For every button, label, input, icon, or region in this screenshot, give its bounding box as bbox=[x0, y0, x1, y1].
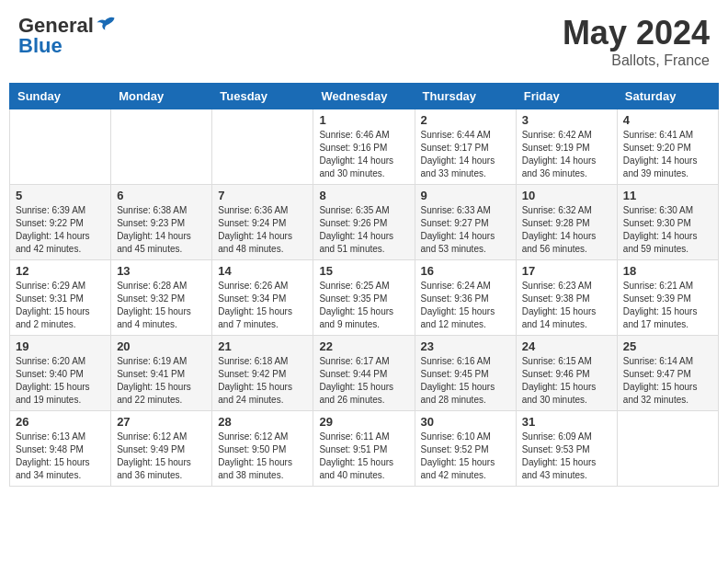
page-header: General Blue May 2024 Ballots, France bbox=[9, 9, 719, 74]
calendar-cell: 15Sunrise: 6:25 AMSunset: 9:35 PMDayligh… bbox=[313, 260, 415, 336]
calendar-cell: 6Sunrise: 6:38 AMSunset: 9:23 PMDaylight… bbox=[111, 185, 212, 260]
calendar-cell: 11Sunrise: 6:30 AMSunset: 9:30 PMDayligh… bbox=[617, 185, 718, 260]
calendar-cell bbox=[10, 109, 111, 185]
day-info: Sunrise: 6:32 AMSunset: 9:28 PMDaylight:… bbox=[522, 204, 611, 256]
day-number: 28 bbox=[218, 415, 307, 429]
calendar-cell: 7Sunrise: 6:36 AMSunset: 9:24 PMDaylight… bbox=[212, 185, 313, 260]
month-year: May 2024 bbox=[563, 14, 710, 52]
day-info: Sunrise: 6:46 AMSunset: 9:16 PMDaylight:… bbox=[319, 129, 408, 180]
calendar-cell: 18Sunrise: 6:21 AMSunset: 9:39 PMDayligh… bbox=[617, 260, 718, 336]
day-number: 20 bbox=[117, 339, 206, 353]
calendar-cell: 26Sunrise: 6:13 AMSunset: 9:48 PMDayligh… bbox=[10, 411, 111, 487]
day-number: 18 bbox=[623, 264, 712, 278]
calendar-table: SundayMondayTuesdayWednesdayThursdayFrid… bbox=[9, 83, 719, 487]
weekday-header-sunday: Sunday bbox=[10, 84, 111, 109]
calendar-cell bbox=[212, 109, 313, 185]
logo-bird-icon bbox=[96, 14, 116, 34]
day-number: 19 bbox=[16, 339, 105, 353]
calendar-cell: 20Sunrise: 6:19 AMSunset: 9:41 PMDayligh… bbox=[111, 336, 212, 411]
calendar-cell: 4Sunrise: 6:41 AMSunset: 9:20 PMDaylight… bbox=[617, 109, 718, 185]
day-info: Sunrise: 6:29 AMSunset: 9:31 PMDaylight:… bbox=[16, 280, 105, 331]
calendar-cell: 23Sunrise: 6:16 AMSunset: 9:45 PMDayligh… bbox=[415, 336, 516, 411]
logo: General Blue bbox=[18, 14, 116, 58]
day-number: 17 bbox=[522, 264, 611, 278]
calendar-cell: 17Sunrise: 6:23 AMSunset: 9:38 PMDayligh… bbox=[516, 260, 617, 336]
calendar-cell: 10Sunrise: 6:32 AMSunset: 9:28 PMDayligh… bbox=[516, 185, 617, 260]
day-info: Sunrise: 6:33 AMSunset: 9:27 PMDaylight:… bbox=[421, 204, 510, 256]
day-info: Sunrise: 6:35 AMSunset: 9:26 PMDaylight:… bbox=[319, 204, 408, 256]
calendar-cell: 12Sunrise: 6:29 AMSunset: 9:31 PMDayligh… bbox=[10, 260, 111, 336]
day-number: 3 bbox=[522, 113, 611, 127]
day-info: Sunrise: 6:24 AMSunset: 9:36 PMDaylight:… bbox=[421, 280, 510, 331]
calendar-cell: 27Sunrise: 6:12 AMSunset: 9:49 PMDayligh… bbox=[111, 411, 212, 487]
calendar-cell: 24Sunrise: 6:15 AMSunset: 9:46 PMDayligh… bbox=[516, 336, 617, 411]
day-info: Sunrise: 6:39 AMSunset: 9:22 PMDaylight:… bbox=[16, 204, 105, 256]
location: Ballots, France bbox=[563, 52, 710, 69]
day-info: Sunrise: 6:36 AMSunset: 9:24 PMDaylight:… bbox=[218, 204, 307, 256]
day-number: 26 bbox=[16, 415, 105, 429]
day-number: 24 bbox=[522, 339, 611, 353]
day-number: 2 bbox=[421, 113, 510, 127]
day-number: 27 bbox=[117, 415, 206, 429]
calendar-week-row-3: 19Sunrise: 6:20 AMSunset: 9:40 PMDayligh… bbox=[10, 336, 719, 411]
day-number: 14 bbox=[218, 264, 307, 278]
day-info: Sunrise: 6:23 AMSunset: 9:38 PMDaylight:… bbox=[522, 280, 611, 331]
logo-blue-text: Blue bbox=[18, 34, 63, 58]
calendar-cell: 16Sunrise: 6:24 AMSunset: 9:36 PMDayligh… bbox=[415, 260, 516, 336]
day-info: Sunrise: 6:15 AMSunset: 9:46 PMDaylight:… bbox=[522, 355, 611, 407]
weekday-header-friday: Friday bbox=[516, 84, 617, 109]
calendar-cell: 8Sunrise: 6:35 AMSunset: 9:26 PMDaylight… bbox=[313, 185, 415, 260]
calendar-cell: 21Sunrise: 6:18 AMSunset: 9:42 PMDayligh… bbox=[212, 336, 313, 411]
day-info: Sunrise: 6:13 AMSunset: 9:48 PMDaylight:… bbox=[16, 431, 105, 482]
calendar-cell: 30Sunrise: 6:10 AMSunset: 9:52 PMDayligh… bbox=[415, 411, 516, 487]
calendar-week-row-2: 12Sunrise: 6:29 AMSunset: 9:31 PMDayligh… bbox=[10, 260, 719, 336]
day-info: Sunrise: 6:12 AMSunset: 9:50 PMDaylight:… bbox=[218, 431, 307, 482]
calendar-cell: 19Sunrise: 6:20 AMSunset: 9:40 PMDayligh… bbox=[10, 336, 111, 411]
calendar-cell: 22Sunrise: 6:17 AMSunset: 9:44 PMDayligh… bbox=[313, 336, 415, 411]
weekday-header-saturday: Saturday bbox=[617, 84, 718, 109]
weekday-header-thursday: Thursday bbox=[415, 84, 516, 109]
day-number: 25 bbox=[623, 339, 712, 353]
day-info: Sunrise: 6:21 AMSunset: 9:39 PMDaylight:… bbox=[623, 280, 712, 331]
day-info: Sunrise: 6:18 AMSunset: 9:42 PMDaylight:… bbox=[218, 355, 307, 407]
weekday-header-tuesday: Tuesday bbox=[212, 84, 313, 109]
calendar-cell bbox=[617, 411, 718, 487]
day-number: 1 bbox=[319, 113, 408, 127]
day-number: 4 bbox=[623, 113, 712, 127]
calendar-cell: 31Sunrise: 6:09 AMSunset: 9:53 PMDayligh… bbox=[516, 411, 617, 487]
calendar-week-row-4: 26Sunrise: 6:13 AMSunset: 9:48 PMDayligh… bbox=[10, 411, 719, 487]
day-number: 21 bbox=[218, 339, 307, 353]
day-number: 16 bbox=[421, 264, 510, 278]
title-block: May 2024 Ballots, France bbox=[563, 14, 710, 69]
day-info: Sunrise: 6:41 AMSunset: 9:20 PMDaylight:… bbox=[623, 129, 712, 180]
day-info: Sunrise: 6:10 AMSunset: 9:52 PMDaylight:… bbox=[421, 431, 510, 482]
day-number: 10 bbox=[522, 189, 611, 202]
day-info: Sunrise: 6:17 AMSunset: 9:44 PMDaylight:… bbox=[319, 355, 408, 407]
day-info: Sunrise: 6:20 AMSunset: 9:40 PMDaylight:… bbox=[16, 355, 105, 407]
calendar-cell: 3Sunrise: 6:42 AMSunset: 9:19 PMDaylight… bbox=[516, 109, 617, 185]
day-number: 12 bbox=[16, 264, 105, 278]
day-number: 30 bbox=[421, 415, 510, 429]
day-number: 7 bbox=[218, 189, 307, 202]
calendar-cell: 14Sunrise: 6:26 AMSunset: 9:34 PMDayligh… bbox=[212, 260, 313, 336]
day-number: 9 bbox=[421, 189, 510, 202]
day-info: Sunrise: 6:11 AMSunset: 9:51 PMDaylight:… bbox=[319, 431, 408, 482]
calendar-cell: 5Sunrise: 6:39 AMSunset: 9:22 PMDaylight… bbox=[10, 185, 111, 260]
day-number: 29 bbox=[319, 415, 408, 429]
day-info: Sunrise: 6:14 AMSunset: 9:47 PMDaylight:… bbox=[623, 355, 712, 407]
weekday-header-row: SundayMondayTuesdayWednesdayThursdayFrid… bbox=[10, 84, 719, 109]
day-info: Sunrise: 6:30 AMSunset: 9:30 PMDaylight:… bbox=[623, 204, 712, 256]
day-number: 22 bbox=[319, 339, 408, 353]
calendar-cell: 25Sunrise: 6:14 AMSunset: 9:47 PMDayligh… bbox=[617, 336, 718, 411]
calendar-cell: 13Sunrise: 6:28 AMSunset: 9:32 PMDayligh… bbox=[111, 260, 212, 336]
weekday-header-wednesday: Wednesday bbox=[313, 84, 415, 109]
calendar-week-row-1: 5Sunrise: 6:39 AMSunset: 9:22 PMDaylight… bbox=[10, 185, 719, 260]
weekday-header-monday: Monday bbox=[111, 84, 212, 109]
calendar-cell: 29Sunrise: 6:11 AMSunset: 9:51 PMDayligh… bbox=[313, 411, 415, 487]
day-info: Sunrise: 6:09 AMSunset: 9:53 PMDaylight:… bbox=[522, 431, 611, 482]
day-info: Sunrise: 6:12 AMSunset: 9:49 PMDaylight:… bbox=[117, 431, 206, 482]
day-info: Sunrise: 6:44 AMSunset: 9:17 PMDaylight:… bbox=[421, 129, 510, 180]
day-number: 13 bbox=[117, 264, 206, 278]
calendar-cell: 9Sunrise: 6:33 AMSunset: 9:27 PMDaylight… bbox=[415, 185, 516, 260]
day-info: Sunrise: 6:25 AMSunset: 9:35 PMDaylight:… bbox=[319, 280, 408, 331]
